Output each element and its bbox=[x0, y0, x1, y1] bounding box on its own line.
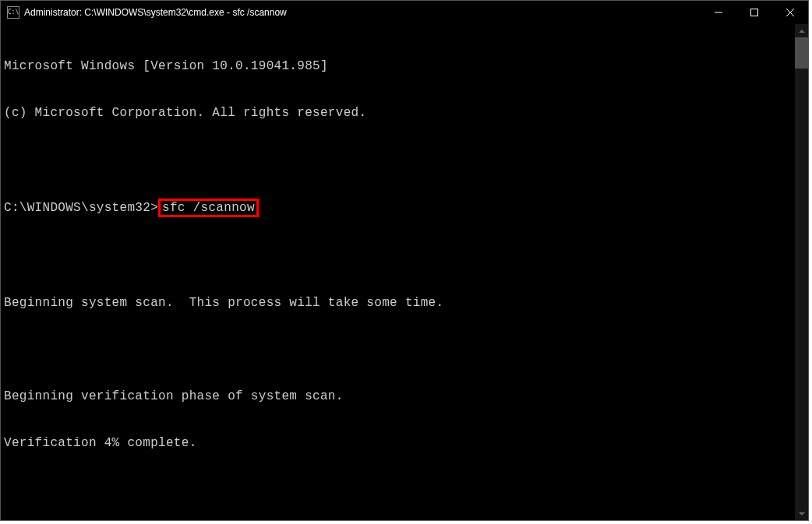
scroll-down-button[interactable] bbox=[795, 507, 808, 520]
cmd-window: C:\ Administrator: C:\WINDOWS\system32\c… bbox=[0, 0, 809, 521]
output-line: Beginning verification phase of system s… bbox=[4, 389, 795, 404]
output-line: Verification 4% complete. bbox=[4, 435, 795, 451]
cmd-icon: C:\ bbox=[7, 6, 19, 19]
terminal-body: Microsoft Windows [Version 10.0.19041.98… bbox=[1, 24, 808, 520]
prompt-text: C:\WINDOWS\system32> bbox=[4, 201, 158, 215]
command-highlight: sfc /scannow bbox=[158, 199, 259, 217]
vertical-scrollbar[interactable] bbox=[795, 24, 808, 520]
titlebar-left: C:\ Administrator: C:\WINDOWS\system32\c… bbox=[7, 6, 287, 19]
close-button[interactable] bbox=[772, 1, 808, 24]
prompt-line: C:\WINDOWS\system32>sfc /scannow bbox=[4, 199, 795, 217]
titlebar[interactable]: C:\ Administrator: C:\WINDOWS\system32\c… bbox=[1, 1, 808, 24]
maximize-button[interactable] bbox=[736, 1, 772, 24]
output-blank bbox=[4, 152, 795, 167]
output-blank bbox=[4, 342, 795, 357]
output-line: (c) Microsoft Corporation. All rights re… bbox=[4, 105, 795, 121]
svg-marker-5 bbox=[799, 512, 805, 515]
window-title: Administrator: C:\WINDOWS\system32\cmd.e… bbox=[24, 7, 287, 18]
terminal-output[interactable]: Microsoft Windows [Version 10.0.19041.98… bbox=[1, 24, 795, 520]
svg-marker-4 bbox=[799, 30, 805, 33]
minimize-button[interactable] bbox=[701, 1, 736, 24]
window-controls bbox=[701, 1, 808, 24]
scroll-thumb[interactable] bbox=[795, 37, 808, 69]
output-line: Beginning system scan. This process will… bbox=[4, 295, 795, 311]
scroll-up-button[interactable] bbox=[795, 24, 808, 37]
output-line: Microsoft Windows [Version 10.0.19041.98… bbox=[4, 58, 795, 74]
svg-rect-1 bbox=[751, 9, 758, 16]
output-blank bbox=[4, 248, 795, 264]
